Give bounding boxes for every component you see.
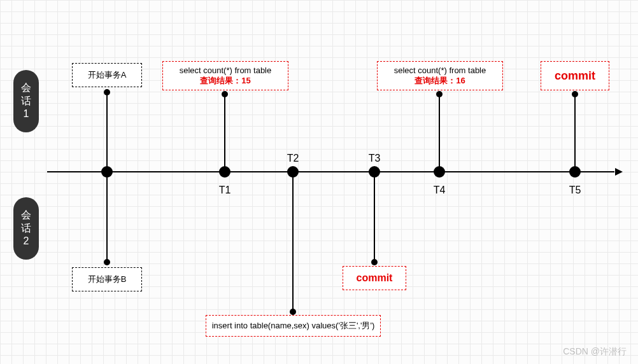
axis-dot-t5 — [569, 166, 581, 178]
diagram-canvas: 会 话 1 会 话 2 开始事务A 开始事务B T1 select count(… — [0, 0, 638, 364]
box-commit1: commit — [541, 61, 609, 90]
watermark: CSDN @许潜行 — [563, 346, 627, 358]
box-select1-sql: select count(*) from table — [180, 66, 272, 75]
t1-label: T1 — [219, 185, 231, 196]
box-commit1-text: commit — [555, 69, 595, 83]
axis-dot-t0 — [101, 166, 113, 178]
stem-dot-insert — [290, 309, 296, 315]
stem-commit2 — [374, 172, 375, 262]
t2-label: T2 — [287, 153, 299, 164]
axis-dot-t4 — [434, 166, 445, 178]
stem-dot-start-b — [104, 259, 110, 265]
box-start-b: 开始事务B — [72, 267, 142, 291]
session-2-badge: 会 话 2 — [13, 197, 39, 260]
session-1-label: 会 话 1 — [21, 81, 31, 121]
box-select2: select count(*) from table 查询结果：16 — [377, 61, 503, 90]
t3-label: T3 — [369, 153, 381, 164]
box-start-a-text: 开始事务A — [88, 69, 127, 81]
box-select2-result: 查询结果：16 — [415, 75, 465, 87]
box-select1-result: 查询结果：15 — [200, 75, 250, 87]
t4-label: T4 — [434, 185, 446, 196]
stem-dot-commit1 — [572, 91, 578, 97]
box-insert-sql: insert into table(name,sex) values('张三',… — [212, 320, 375, 332]
box-commit2-text: commit — [357, 272, 393, 284]
stem-dot-select1 — [222, 91, 228, 97]
stem-select2 — [439, 94, 440, 172]
stem-start-a — [106, 92, 108, 172]
box-start-b-text: 开始事务B — [88, 274, 127, 285]
session-1-badge: 会 话 1 — [13, 70, 39, 132]
axis-dot-t3 — [369, 166, 380, 178]
t5-label: T5 — [569, 185, 581, 196]
session-2-label: 会 话 2 — [21, 209, 31, 248]
stem-select1 — [224, 94, 225, 172]
box-insert: insert into table(name,sex) values('张三',… — [206, 315, 381, 337]
axis-dot-t1 — [219, 166, 230, 178]
timeline-axis — [47, 171, 614, 172]
box-select1: select count(*) from table 查询结果：15 — [162, 61, 288, 90]
box-start-a: 开始事务A — [72, 63, 142, 87]
stem-dot-start-a — [104, 89, 110, 95]
stem-dot-commit2 — [371, 259, 378, 265]
box-commit2: commit — [343, 266, 406, 290]
timeline-arrowhead — [615, 168, 623, 176]
stem-commit1 — [574, 94, 576, 172]
stem-dot-select2 — [436, 91, 443, 97]
stem-insert — [292, 172, 294, 312]
stem-start-b — [106, 172, 108, 262]
box-select2-sql: select count(*) from table — [394, 66, 486, 75]
axis-dot-t2 — [287, 166, 299, 178]
